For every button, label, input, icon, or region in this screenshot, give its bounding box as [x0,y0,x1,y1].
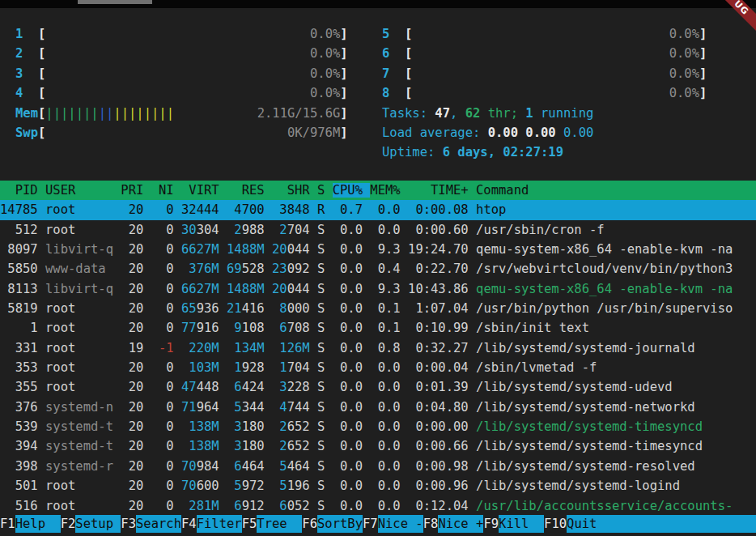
process-row-5850[interactable]: 5850 www-data 20 0 376M 69528 23092 S 0.… [0,259,756,279]
cell-cpu: 0.0 [333,419,371,434]
fkey-f1-help[interactable]: F1Help [0,515,61,533]
spacer [310,301,317,316]
cell-state: S [317,242,333,257]
column-header-ni[interactable]: NI [151,183,181,198]
process-row-398[interactable]: 398 systemd-r 20 0 70984 6464 5464 S 0.0… [0,457,756,476]
process-row-331[interactable]: 331 root 19 -1 220M 134M 126M S 0.0 0.8 … [0,338,756,358]
column-header-virt[interactable]: VIRT [181,183,227,198]
window-tab[interactable] [78,0,152,4]
cell-virt: 71 [181,400,197,415]
fkey-f6-sortby[interactable]: F6SortBy [302,515,363,533]
process-row-353[interactable]: 353 root 20 0 103M 1928 1704 S 0.0 0.0 0… [0,358,756,377]
spacer [219,439,227,453]
column-header-cpu[interactable]: CPU% [333,183,371,198]
process-row-5819[interactable]: 5819 root 20 0 65936 21416 8000 S 0.0 0.… [0,299,756,318]
cell-user: libvirt-q [45,282,121,296]
cell-state: S [317,439,333,453]
cell-state: S [317,380,333,394]
spacer [310,380,317,394]
column-header-shr[interactable]: SHR [272,183,317,198]
spacer [265,419,272,434]
cell-pid: 8113 [0,282,45,296]
fkey-f5-tree[interactable]: F5Tree [242,515,303,533]
cpu-meter-id: 2 [15,46,23,61]
column-header-res[interactable]: RES [227,183,272,198]
cell-shr: 126M [272,341,310,355]
cpu-meter-value: 0.0% [412,86,699,100]
meter-bracket-open: [ [405,27,412,41]
cell-virt: 964 [197,400,219,415]
meter-bracket-open: [ [405,66,412,81]
spacer [265,301,272,316]
fkey-f7-nice[interactable]: F7Nice - [363,515,423,533]
swap-meter-label: Swp [15,125,38,140]
cell-ni: 0 [151,262,181,276]
process-row-376[interactable]: 376 systemd-n 20 0 71964 5344 4744 S 0.0… [0,398,756,417]
process-row-8097[interactable]: 8097 libvirt-q 20 0 6627M 1488M 20044 S … [0,240,756,259]
column-header-command[interactable]: Command [476,183,529,198]
cell-mem: 0.0 [370,499,408,513]
process-row-394[interactable]: 394 systemd-t 20 0 138M 3180 2652 S 0.0 … [0,436,756,456]
cell-shr: 20 [272,282,287,296]
cell-shr: 3848 [272,202,310,217]
column-header-time[interactable]: TIME+ [408,183,476,198]
tasks-summary-segment: 1 [525,106,533,121]
spacer [219,242,227,257]
cell-ni: -1 [151,341,181,355]
cell-res: 6 [227,380,242,394]
process-row-516[interactable]: 516 root 20 0 281M 6912 6052 S 0.0 0.0 0… [0,496,756,516]
spacer [265,282,272,296]
spacer [219,400,227,415]
process-row-1[interactable]: 1 root 20 0 77916 9108 6708 S 0.0 0.1 0:… [0,318,756,338]
fkey-f9-kill[interactable]: F9Kill [483,515,544,533]
cell-command: /lib/systemd/systemd-journald [476,341,695,355]
column-header-pri[interactable]: PRI [121,183,151,198]
column-header-state[interactable]: S [317,183,333,198]
process-row-8113[interactable]: 8113 libvirt-q 20 0 6627M 1488M 20044 S … [0,279,756,299]
cell-pid: 1 [0,321,45,335]
cell-time: 0:32.27 [408,341,476,355]
cell-shr: 5 [272,459,287,474]
cell-command: htop [476,202,506,217]
process-row-539[interactable]: 539 systemd-t 20 0 138M 3180 2652 S 0.0 … [0,417,756,436]
column-header-pid[interactable]: PID [0,183,45,198]
cell-user: root [45,321,121,335]
cell-virt: 30 [181,223,197,237]
fkey-f10-quit[interactable]: F10Quit [544,515,612,533]
cell-pid: 5850 [0,262,45,276]
spacer [265,321,272,335]
fkey-f2-setup[interactable]: F2Setup [61,515,121,533]
cell-state: S [317,499,333,513]
cell-virt: 32444 [181,202,219,217]
process-row-512[interactable]: 512 root 20 0 30304 2988 2704 S 0.0 0.0 … [0,220,756,240]
cell-pri: 20 [121,459,151,474]
cell-pri: 20 [121,479,151,493]
cell-state: R [317,202,333,217]
fkey-f4-filter[interactable]: F4Filter [181,515,242,533]
fkey-f3-search[interactable]: F3Search [121,515,181,533]
cell-virt: 6627M [181,282,219,296]
process-row-14785[interactable]: 14785 root 20 0 32444 4700 3848 R 0.7 0.… [0,200,756,219]
cpu-meter-value: 0.0% [45,46,340,61]
process-row-355[interactable]: 355 root 20 0 47448 6424 3228 S 0.0 0.0 … [0,377,756,397]
spacer [310,341,317,355]
cell-pri: 20 [121,301,151,316]
meter-bracket-open: [ [405,46,412,61]
cell-res: 4700 [227,202,265,217]
cell-cpu: 0.0 [333,223,371,237]
fkey-f8-nice[interactable]: F8Nice + [423,515,484,533]
cell-command: /usr/sbin/cron -f [476,223,605,237]
cell-user: www-data [45,262,121,276]
fkey-label: Quit [567,515,612,533]
column-header-mem[interactable]: MEM% [370,183,408,198]
load-average-segment: Load average: [382,125,488,140]
cell-cpu: 0.0 [333,459,371,474]
cell-mem: 0.0 [370,223,408,237]
column-header-user[interactable]: USER [45,183,121,198]
cell-cpu: 0.0 [333,301,371,316]
cpu-meter-1: 1 [ 0.0%] [15,24,348,44]
cell-virt: 281M [181,499,219,513]
process-row-501[interactable]: 501 root 20 0 70600 5972 5196 S 0.0 0.0 … [0,476,756,496]
meter-bracket-close: ] [340,125,347,140]
cell-pri: 20 [121,223,151,237]
